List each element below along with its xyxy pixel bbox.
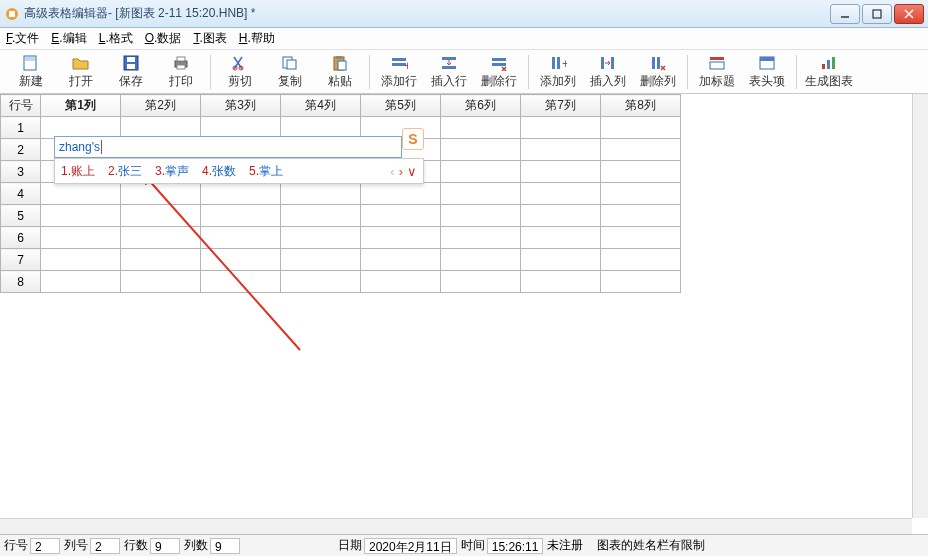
grid-cell[interactable]	[601, 117, 681, 139]
grid-cell[interactable]	[361, 271, 441, 293]
grid-cell[interactable]	[521, 183, 601, 205]
row-number[interactable]: 5	[1, 205, 41, 227]
grid-cell[interactable]	[521, 271, 601, 293]
grid-cell[interactable]	[201, 205, 281, 227]
row-header-label[interactable]: 行号	[1, 95, 41, 117]
delcol-button[interactable]: 删除列	[633, 52, 683, 92]
grid-cell[interactable]	[601, 271, 681, 293]
menu-chart[interactable]: T.图表	[193, 30, 226, 47]
maximize-button[interactable]	[862, 4, 892, 24]
menu-edit[interactable]: E.编辑	[51, 30, 86, 47]
grid-cell[interactable]	[121, 205, 201, 227]
insrow-button[interactable]: 插入行	[424, 52, 474, 92]
print-button[interactable]: 打印	[156, 52, 206, 92]
col-header[interactable]: 第3列	[201, 95, 281, 117]
inscol-button[interactable]: 插入列	[583, 52, 633, 92]
grid-cell[interactable]	[281, 271, 361, 293]
menu-file[interactable]: F.文件	[6, 30, 39, 47]
grid-cell[interactable]	[281, 183, 361, 205]
open-button[interactable]: 打开	[56, 52, 106, 92]
cut-button[interactable]: 剪切	[215, 52, 265, 92]
ime-candidate[interactable]: 3.掌声	[155, 163, 189, 180]
col-header[interactable]: 第8列	[601, 95, 681, 117]
grid-cell[interactable]	[441, 183, 521, 205]
grid-cell[interactable]	[601, 139, 681, 161]
grid-cell[interactable]	[521, 161, 601, 183]
grid-cell[interactable]	[201, 271, 281, 293]
grid-cell[interactable]	[361, 227, 441, 249]
grid-cell[interactable]	[521, 249, 601, 271]
col-header[interactable]: 第4列	[281, 95, 361, 117]
grid-cell[interactable]	[281, 227, 361, 249]
new-button[interactable]: 新建	[6, 52, 56, 92]
menu-data[interactable]: O.数据	[145, 30, 182, 47]
header-button[interactable]: 表头项	[742, 52, 792, 92]
ime-candidate[interactable]: 1.账上	[61, 163, 95, 180]
ime-candidate[interactable]: 2.张三	[108, 163, 142, 180]
grid-cell[interactable]	[601, 161, 681, 183]
grid-cell[interactable]	[601, 205, 681, 227]
grid-cell[interactable]	[521, 139, 601, 161]
grid-cell[interactable]	[601, 227, 681, 249]
save-button[interactable]: 保存	[106, 52, 156, 92]
col-header[interactable]: 第5列	[361, 95, 441, 117]
grid-cell[interactable]	[201, 249, 281, 271]
grid-cell[interactable]	[121, 271, 201, 293]
grid-cell[interactable]	[41, 271, 121, 293]
row-number[interactable]: 8	[1, 271, 41, 293]
horizontal-scrollbar[interactable]	[0, 518, 912, 534]
ime-candidate[interactable]: 4.张数	[202, 163, 236, 180]
menu-format[interactable]: L.格式	[99, 30, 133, 47]
grid-cell[interactable]	[121, 227, 201, 249]
grid-cell[interactable]	[441, 227, 521, 249]
grid-cell[interactable]	[601, 183, 681, 205]
minimize-button[interactable]	[830, 4, 860, 24]
copy-button[interactable]: 复制	[265, 52, 315, 92]
grid-cell[interactable]	[121, 183, 201, 205]
ime-expand-icon[interactable]: ∨	[407, 164, 417, 179]
data-grid[interactable]: 行号 第1列 第2列 第3列 第4列 第5列 第6列 第7列 第8列 12345…	[0, 94, 681, 293]
menu-help[interactable]: H.帮助	[239, 30, 275, 47]
grid-cell[interactable]	[521, 117, 601, 139]
addcol-button[interactable]: +添加列	[533, 52, 583, 92]
grid-cell[interactable]	[281, 205, 361, 227]
grid-cell[interactable]	[41, 183, 121, 205]
col-header[interactable]: 第1列	[41, 95, 121, 117]
grid-cell[interactable]	[41, 205, 121, 227]
addtitle-button[interactable]: 加标题	[692, 52, 742, 92]
grid-cell[interactable]	[281, 249, 361, 271]
ime-prev-icon[interactable]: ‹	[390, 164, 394, 179]
col-header[interactable]: 第6列	[441, 95, 521, 117]
grid-cell[interactable]	[441, 161, 521, 183]
genchart-button[interactable]: 生成图表	[801, 52, 857, 92]
ime-candidate[interactable]: 5.掌上	[249, 163, 283, 180]
grid-cell[interactable]	[441, 205, 521, 227]
paste-button[interactable]: 粘贴	[315, 52, 365, 92]
close-button[interactable]	[894, 4, 924, 24]
grid-cell[interactable]	[521, 227, 601, 249]
col-header[interactable]: 第7列	[521, 95, 601, 117]
row-number[interactable]: 6	[1, 227, 41, 249]
row-number[interactable]: 1	[1, 117, 41, 139]
grid-cell[interactable]	[441, 117, 521, 139]
grid-cell[interactable]	[441, 271, 521, 293]
ime-composition-box[interactable]: zhang's	[54, 136, 402, 158]
grid-cell[interactable]	[201, 227, 281, 249]
col-header[interactable]: 第2列	[121, 95, 201, 117]
grid-cell[interactable]	[41, 227, 121, 249]
row-number[interactable]: 4	[1, 183, 41, 205]
grid-cell[interactable]	[361, 249, 441, 271]
ime-candidate-bar[interactable]: 1.账上 2.张三 3.掌声 4.张数 5.掌上 ‹ › ∨	[54, 158, 424, 184]
grid-cell[interactable]	[441, 249, 521, 271]
grid-cell[interactable]	[121, 249, 201, 271]
row-number[interactable]: 3	[1, 161, 41, 183]
row-number[interactable]: 2	[1, 139, 41, 161]
grid-cell[interactable]	[41, 249, 121, 271]
grid-cell[interactable]	[521, 205, 601, 227]
grid-cell[interactable]	[361, 205, 441, 227]
row-number[interactable]: 7	[1, 249, 41, 271]
grid-cell[interactable]	[201, 183, 281, 205]
grid-cell[interactable]	[361, 183, 441, 205]
addrow-button[interactable]: +添加行	[374, 52, 424, 92]
delrow-button[interactable]: 删除行	[474, 52, 524, 92]
